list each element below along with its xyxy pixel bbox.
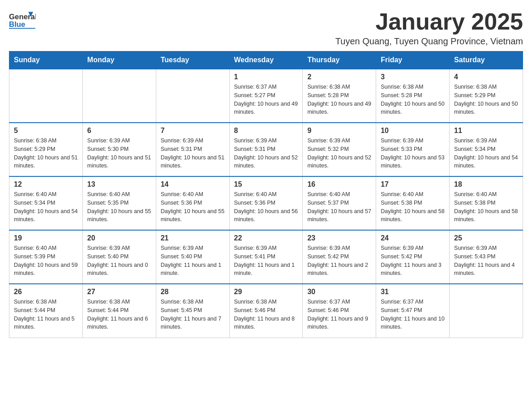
day-info: Sunrise: 6:38 AMSunset: 5:28 PMDaylight:… <box>381 83 445 116</box>
day-number: 17 <box>381 180 445 188</box>
day-info: Sunrise: 6:39 AMSunset: 5:40 PMDaylight:… <box>161 244 225 278</box>
calendar-cell: 1Sunrise: 6:37 AMSunset: 5:27 PMDaylight… <box>229 69 303 123</box>
calendar-cell <box>156 69 229 123</box>
calendar-week-row: 19Sunrise: 6:40 AMSunset: 5:39 PMDayligh… <box>9 230 523 284</box>
day-info: Sunrise: 6:40 AMSunset: 5:35 PMDaylight:… <box>87 190 151 224</box>
day-number: 3 <box>381 73 445 81</box>
day-number: 20 <box>87 234 151 242</box>
calendar-cell: 28Sunrise: 6:38 AMSunset: 5:45 PMDayligh… <box>156 284 229 338</box>
day-info: Sunrise: 6:37 AMSunset: 5:47 PMDaylight:… <box>381 298 445 331</box>
calendar-cell <box>450 284 523 338</box>
calendar-cell: 18Sunrise: 6:40 AMSunset: 5:38 PMDayligh… <box>450 176 523 230</box>
day-info: Sunrise: 6:40 AMSunset: 5:38 PMDaylight:… <box>381 190 445 224</box>
day-number: 10 <box>381 127 445 135</box>
day-number: 16 <box>307 180 371 188</box>
day-info: Sunrise: 6:40 AMSunset: 5:36 PMDaylight:… <box>234 190 298 224</box>
day-info: Sunrise: 6:39 AMSunset: 5:31 PMDaylight:… <box>234 137 298 170</box>
calendar-cell: 15Sunrise: 6:40 AMSunset: 5:36 PMDayligh… <box>229 176 303 230</box>
day-number: 12 <box>14 180 78 188</box>
day-info: Sunrise: 6:37 AMSunset: 5:27 PMDaylight:… <box>234 83 298 116</box>
calendar-cell: 8Sunrise: 6:39 AMSunset: 5:31 PMDaylight… <box>229 123 303 176</box>
calendar-cell: 4Sunrise: 6:38 AMSunset: 5:29 PMDaylight… <box>450 69 523 123</box>
day-number: 27 <box>87 288 151 296</box>
calendar-week-row: 12Sunrise: 6:40 AMSunset: 5:34 PMDayligh… <box>9 176 523 230</box>
calendar-cell: 5Sunrise: 6:38 AMSunset: 5:29 PMDaylight… <box>9 123 83 176</box>
page-header: General Blue January 2025 Tuyen Quang, T… <box>9 9 523 47</box>
day-info: Sunrise: 6:39 AMSunset: 5:43 PMDaylight:… <box>454 244 518 278</box>
day-info: Sunrise: 6:39 AMSunset: 5:30 PMDaylight:… <box>87 137 151 170</box>
calendar-cell: 13Sunrise: 6:40 AMSunset: 5:35 PMDayligh… <box>82 176 156 230</box>
calendar-cell: 20Sunrise: 6:39 AMSunset: 5:40 PMDayligh… <box>82 230 156 284</box>
calendar-cell: 9Sunrise: 6:39 AMSunset: 5:32 PMDaylight… <box>303 123 376 176</box>
calendar-week-row: 5Sunrise: 6:38 AMSunset: 5:29 PMDaylight… <box>9 123 523 176</box>
day-info: Sunrise: 6:39 AMSunset: 5:42 PMDaylight:… <box>381 244 445 278</box>
day-info: Sunrise: 6:38 AMSunset: 5:44 PMDaylight:… <box>87 298 151 331</box>
day-info: Sunrise: 6:37 AMSunset: 5:46 PMDaylight:… <box>307 298 371 331</box>
calendar-week-row: 26Sunrise: 6:38 AMSunset: 5:44 PMDayligh… <box>9 284 523 338</box>
calendar-cell: 11Sunrise: 6:39 AMSunset: 5:34 PMDayligh… <box>450 123 523 176</box>
day-number: 22 <box>234 234 298 242</box>
calendar-cell: 12Sunrise: 6:40 AMSunset: 5:34 PMDayligh… <box>9 176 83 230</box>
svg-text:Blue: Blue <box>9 20 25 29</box>
day-info: Sunrise: 6:40 AMSunset: 5:39 PMDaylight:… <box>14 244 78 278</box>
day-number: 14 <box>161 180 225 188</box>
day-info: Sunrise: 6:39 AMSunset: 5:32 PMDaylight:… <box>307 137 371 170</box>
calendar-cell: 26Sunrise: 6:38 AMSunset: 5:44 PMDayligh… <box>9 284 83 338</box>
day-number: 2 <box>307 73 371 81</box>
calendar-cell: 7Sunrise: 6:39 AMSunset: 5:31 PMDaylight… <box>156 123 229 176</box>
day-number: 13 <box>87 180 151 188</box>
weekday-header-sunday: Sunday <box>9 51 83 69</box>
day-number: 5 <box>14 127 78 135</box>
day-number: 21 <box>161 234 225 242</box>
calendar-cell: 27Sunrise: 6:38 AMSunset: 5:44 PMDayligh… <box>82 284 156 338</box>
calendar-header: SundayMondayTuesdayWednesdayThursdayFrid… <box>9 51 523 69</box>
main-title: January 2025 <box>335 9 523 34</box>
calendar-cell: 19Sunrise: 6:40 AMSunset: 5:39 PMDayligh… <box>9 230 83 284</box>
day-info: Sunrise: 6:38 AMSunset: 5:29 PMDaylight:… <box>454 83 518 116</box>
day-number: 4 <box>454 73 518 81</box>
logo: General Blue <box>9 9 36 34</box>
day-number: 1 <box>234 73 298 81</box>
day-info: Sunrise: 6:39 AMSunset: 5:31 PMDaylight:… <box>161 137 225 170</box>
weekday-header-row: SundayMondayTuesdayWednesdayThursdayFrid… <box>9 51 523 69</box>
day-info: Sunrise: 6:38 AMSunset: 5:46 PMDaylight:… <box>234 298 298 331</box>
day-number: 18 <box>454 180 518 188</box>
weekday-header-wednesday: Wednesday <box>229 51 303 69</box>
logo-icon: General Blue <box>9 9 36 34</box>
calendar-body: 1Sunrise: 6:37 AMSunset: 5:27 PMDaylight… <box>9 69 523 338</box>
calendar-cell: 22Sunrise: 6:39 AMSunset: 5:41 PMDayligh… <box>229 230 303 284</box>
day-info: Sunrise: 6:39 AMSunset: 5:40 PMDaylight:… <box>87 244 151 278</box>
day-info: Sunrise: 6:39 AMSunset: 5:41 PMDaylight:… <box>234 244 298 278</box>
day-number: 28 <box>161 288 225 296</box>
calendar-table: SundayMondayTuesdayWednesdayThursdayFrid… <box>9 51 523 338</box>
calendar-cell: 29Sunrise: 6:38 AMSunset: 5:46 PMDayligh… <box>229 284 303 338</box>
calendar-cell: 14Sunrise: 6:40 AMSunset: 5:36 PMDayligh… <box>156 176 229 230</box>
day-number: 30 <box>307 288 371 296</box>
calendar-cell: 16Sunrise: 6:40 AMSunset: 5:37 PMDayligh… <box>303 176 376 230</box>
day-info: Sunrise: 6:40 AMSunset: 5:37 PMDaylight:… <box>307 190 371 224</box>
weekday-header-tuesday: Tuesday <box>156 51 229 69</box>
calendar-cell <box>82 69 156 123</box>
calendar-cell: 17Sunrise: 6:40 AMSunset: 5:38 PMDayligh… <box>376 176 450 230</box>
day-info: Sunrise: 6:40 AMSunset: 5:34 PMDaylight:… <box>14 190 78 224</box>
day-number: 26 <box>14 288 78 296</box>
day-info: Sunrise: 6:40 AMSunset: 5:38 PMDaylight:… <box>454 190 518 224</box>
day-number: 23 <box>307 234 371 242</box>
calendar-cell: 25Sunrise: 6:39 AMSunset: 5:43 PMDayligh… <box>450 230 523 284</box>
calendar-cell: 30Sunrise: 6:37 AMSunset: 5:46 PMDayligh… <box>303 284 376 338</box>
weekday-header-saturday: Saturday <box>450 51 523 69</box>
weekday-header-friday: Friday <box>376 51 450 69</box>
day-number: 29 <box>234 288 298 296</box>
calendar-cell: 10Sunrise: 6:39 AMSunset: 5:33 PMDayligh… <box>376 123 450 176</box>
svg-rect-3 <box>9 28 35 29</box>
calendar-cell: 31Sunrise: 6:37 AMSunset: 5:47 PMDayligh… <box>376 284 450 338</box>
day-number: 19 <box>14 234 78 242</box>
day-number: 15 <box>234 180 298 188</box>
day-info: Sunrise: 6:39 AMSunset: 5:33 PMDaylight:… <box>381 137 445 170</box>
calendar-cell: 21Sunrise: 6:39 AMSunset: 5:40 PMDayligh… <box>156 230 229 284</box>
day-number: 7 <box>161 127 225 135</box>
calendar-cell: 24Sunrise: 6:39 AMSunset: 5:42 PMDayligh… <box>376 230 450 284</box>
calendar-cell: 23Sunrise: 6:39 AMSunset: 5:42 PMDayligh… <box>303 230 376 284</box>
day-info: Sunrise: 6:38 AMSunset: 5:28 PMDaylight:… <box>307 83 371 116</box>
subtitle: Tuyen Quang, Tuyen Quang Province, Vietn… <box>335 36 523 47</box>
